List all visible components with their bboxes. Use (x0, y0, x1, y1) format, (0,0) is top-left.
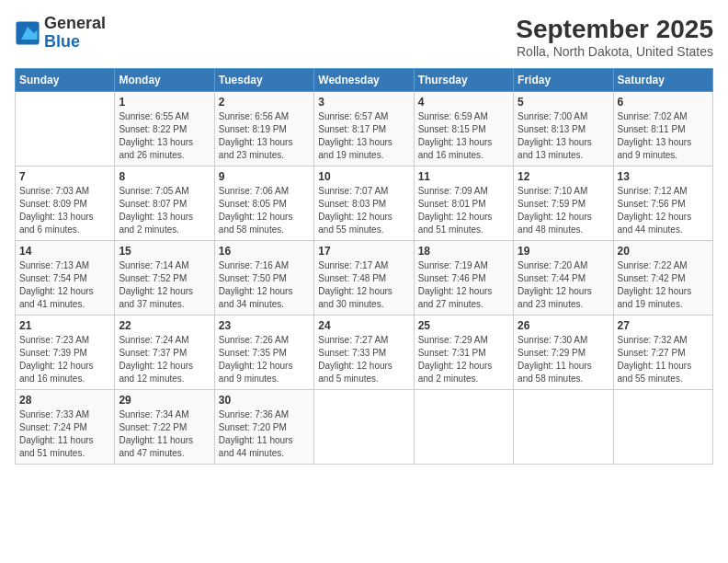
calendar-cell: 29Sunrise: 7:34 AMSunset: 7:22 PMDayligh… (115, 390, 214, 465)
title-block: September 2025 Rolla, North Dakota, Unit… (516, 15, 713, 59)
calendar-cell: 14Sunrise: 7:13 AMSunset: 7:54 PMDayligh… (16, 241, 115, 316)
weekday-header: Thursday (414, 69, 513, 92)
day-info: Sunrise: 7:19 AMSunset: 7:46 PMDaylight:… (418, 259, 509, 311)
day-number: 11 (418, 170, 509, 183)
calendar-cell (16, 92, 115, 167)
day-number: 30 (219, 394, 310, 407)
calendar-cell: 4Sunrise: 6:59 AMSunset: 8:15 PMDaylight… (414, 92, 513, 167)
day-info: Sunrise: 7:09 AMSunset: 8:01 PMDaylight:… (418, 185, 509, 236)
calendar-cell: 23Sunrise: 7:26 AMSunset: 7:35 PMDayligh… (214, 316, 313, 390)
day-info: Sunrise: 7:13 AMSunset: 7:54 PMDaylight:… (19, 259, 110, 311)
calendar-cell: 12Sunrise: 7:10 AMSunset: 7:59 PMDayligh… (514, 167, 613, 241)
calendar-cell: 22Sunrise: 7:24 AMSunset: 7:37 PMDayligh… (115, 316, 214, 390)
day-info: Sunrise: 7:12 AMSunset: 7:56 PMDaylight:… (618, 185, 709, 236)
day-number: 25 (418, 319, 509, 332)
weekday-header: Wednesday (314, 69, 414, 92)
day-info: Sunrise: 7:07 AMSunset: 8:03 PMDaylight:… (318, 185, 409, 236)
calendar-cell: 5Sunrise: 7:00 AMSunset: 8:13 PMDaylight… (514, 92, 613, 167)
day-number: 26 (518, 319, 609, 332)
calendar-cell: 2Sunrise: 6:56 AMSunset: 8:19 PMDaylight… (214, 92, 313, 167)
weekday-header: Tuesday (214, 69, 313, 92)
calendar-week-row: 1Sunrise: 6:55 AMSunset: 8:22 PMDaylight… (16, 92, 713, 167)
day-number: 17 (318, 245, 409, 258)
day-info: Sunrise: 7:32 AMSunset: 7:27 PMDaylight:… (618, 334, 709, 385)
day-info: Sunrise: 7:05 AMSunset: 8:07 PMDaylight:… (119, 185, 210, 236)
day-info: Sunrise: 6:56 AMSunset: 8:19 PMDaylight:… (219, 110, 310, 162)
calendar-cell: 26Sunrise: 7:30 AMSunset: 7:29 PMDayligh… (514, 316, 613, 390)
calendar-cell: 28Sunrise: 7:33 AMSunset: 7:24 PMDayligh… (16, 390, 115, 465)
day-number: 21 (19, 319, 110, 332)
calendar-cell: 9Sunrise: 7:06 AMSunset: 8:05 PMDaylight… (214, 167, 313, 241)
day-info: Sunrise: 6:55 AMSunset: 8:22 PMDaylight:… (119, 110, 210, 162)
calendar-cell: 1Sunrise: 6:55 AMSunset: 8:22 PMDaylight… (115, 92, 214, 167)
day-number: 23 (219, 319, 310, 332)
day-info: Sunrise: 7:00 AMSunset: 8:13 PMDaylight:… (518, 110, 609, 162)
day-number: 24 (318, 319, 409, 332)
day-info: Sunrise: 7:27 AMSunset: 7:33 PMDaylight:… (318, 334, 409, 385)
page-title: September 2025 (516, 15, 713, 44)
logo-icon (15, 20, 40, 46)
day-number: 19 (518, 245, 609, 258)
calendar-cell (613, 390, 712, 465)
day-info: Sunrise: 7:34 AMSunset: 7:22 PMDaylight:… (119, 408, 210, 460)
day-info: Sunrise: 7:14 AMSunset: 7:52 PMDaylight:… (119, 259, 210, 311)
calendar-cell: 21Sunrise: 7:23 AMSunset: 7:39 PMDayligh… (16, 316, 115, 390)
day-number: 29 (119, 394, 210, 407)
day-number: 8 (119, 170, 210, 183)
day-info: Sunrise: 7:17 AMSunset: 7:48 PMDaylight:… (318, 259, 409, 311)
logo-text-general: General Blue (44, 15, 106, 52)
day-number: 6 (618, 96, 709, 109)
day-number: 12 (518, 170, 609, 183)
day-info: Sunrise: 6:59 AMSunset: 8:15 PMDaylight:… (418, 110, 509, 162)
day-info: Sunrise: 7:02 AMSunset: 8:11 PMDaylight:… (618, 110, 709, 162)
calendar-cell: 19Sunrise: 7:20 AMSunset: 7:44 PMDayligh… (514, 241, 613, 316)
day-number: 14 (19, 245, 110, 258)
day-number: 10 (318, 170, 409, 183)
calendar-week-row: 28Sunrise: 7:33 AMSunset: 7:24 PMDayligh… (16, 390, 713, 465)
weekday-header: Saturday (613, 69, 712, 92)
calendar-week-row: 21Sunrise: 7:23 AMSunset: 7:39 PMDayligh… (16, 316, 713, 390)
calendar-cell: 30Sunrise: 7:36 AMSunset: 7:20 PMDayligh… (214, 390, 313, 465)
calendar-cell: 17Sunrise: 7:17 AMSunset: 7:48 PMDayligh… (314, 241, 414, 316)
calendar-cell: 24Sunrise: 7:27 AMSunset: 7:33 PMDayligh… (314, 316, 414, 390)
day-info: Sunrise: 7:20 AMSunset: 7:44 PMDaylight:… (518, 259, 609, 311)
day-info: Sunrise: 7:10 AMSunset: 7:59 PMDaylight:… (518, 185, 609, 236)
calendar-cell (514, 390, 613, 465)
calendar-cell: 18Sunrise: 7:19 AMSunset: 7:46 PMDayligh… (414, 241, 513, 316)
day-number: 1 (119, 96, 210, 109)
day-number: 4 (418, 96, 509, 109)
logo: General Blue (15, 15, 106, 52)
calendar-week-row: 7Sunrise: 7:03 AMSunset: 8:09 PMDaylight… (16, 167, 713, 241)
calendar-cell: 6Sunrise: 7:02 AMSunset: 8:11 PMDaylight… (613, 92, 712, 167)
weekday-header: Sunday (16, 69, 115, 92)
calendar-cell: 16Sunrise: 7:16 AMSunset: 7:50 PMDayligh… (214, 241, 313, 316)
calendar-cell: 3Sunrise: 6:57 AMSunset: 8:17 PMDaylight… (314, 92, 414, 167)
day-info: Sunrise: 7:36 AMSunset: 7:20 PMDaylight:… (219, 408, 310, 460)
day-info: Sunrise: 7:30 AMSunset: 7:29 PMDaylight:… (518, 334, 609, 385)
day-info: Sunrise: 7:33 AMSunset: 7:24 PMDaylight:… (19, 408, 110, 460)
page-subtitle: Rolla, North Dakota, United States (516, 44, 713, 59)
calendar-cell: 11Sunrise: 7:09 AMSunset: 8:01 PMDayligh… (414, 167, 513, 241)
calendar-cell (314, 390, 414, 465)
day-number: 22 (119, 319, 210, 332)
day-number: 2 (219, 96, 310, 109)
calendar-cell: 10Sunrise: 7:07 AMSunset: 8:03 PMDayligh… (314, 167, 414, 241)
calendar-week-row: 14Sunrise: 7:13 AMSunset: 7:54 PMDayligh… (16, 241, 713, 316)
calendar-cell: 25Sunrise: 7:29 AMSunset: 7:31 PMDayligh… (414, 316, 513, 390)
calendar-cell (414, 390, 513, 465)
day-info: Sunrise: 7:29 AMSunset: 7:31 PMDaylight:… (418, 334, 509, 385)
day-number: 27 (618, 319, 709, 332)
calendar-cell: 15Sunrise: 7:14 AMSunset: 7:52 PMDayligh… (115, 241, 214, 316)
day-number: 28 (19, 394, 110, 407)
day-number: 18 (418, 245, 509, 258)
calendar-cell: 8Sunrise: 7:05 AMSunset: 8:07 PMDaylight… (115, 167, 214, 241)
day-info: Sunrise: 7:26 AMSunset: 7:35 PMDaylight:… (219, 334, 310, 385)
day-info: Sunrise: 7:22 AMSunset: 7:42 PMDaylight:… (618, 259, 709, 311)
page-header: General Blue September 2025 Rolla, North… (15, 15, 713, 59)
weekday-header: Friday (514, 69, 613, 92)
day-number: 5 (518, 96, 609, 109)
day-number: 16 (219, 245, 310, 258)
day-info: Sunrise: 7:16 AMSunset: 7:50 PMDaylight:… (219, 259, 310, 311)
day-number: 7 (19, 170, 110, 183)
day-info: Sunrise: 7:23 AMSunset: 7:39 PMDaylight:… (19, 334, 110, 385)
